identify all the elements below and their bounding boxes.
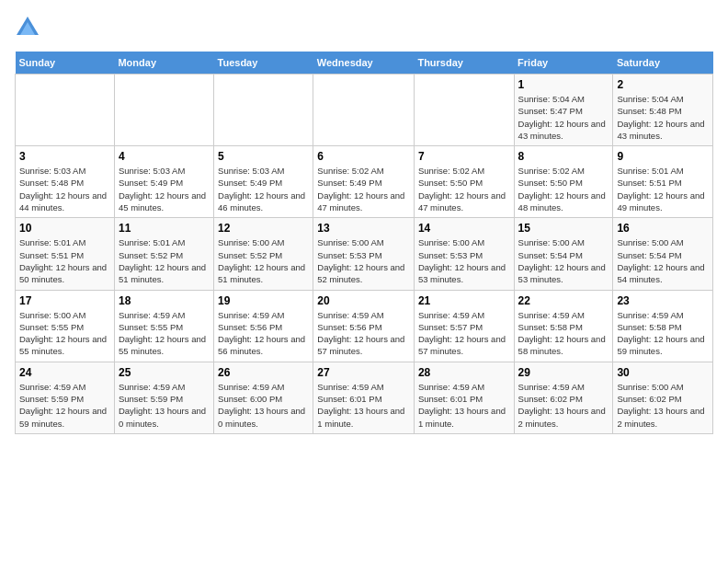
day-number: 19 — [218, 294, 309, 307]
day-info: Sunrise: 4:59 AM Sunset: 5:56 PM Dayligh… — [218, 309, 309, 358]
day-number: 30 — [617, 366, 709, 379]
day-info: Sunrise: 5:04 AM Sunset: 5:48 PM Dayligh… — [617, 93, 709, 142]
calendar-cell: 21Sunrise: 4:59 AM Sunset: 5:57 PM Dayli… — [414, 290, 514, 362]
calendar-cell: 29Sunrise: 4:59 AM Sunset: 6:02 PM Dayli… — [514, 362, 613, 433]
calendar-cell: 2Sunrise: 5:04 AM Sunset: 5:48 PM Daylig… — [613, 75, 713, 146]
calendar-cell: 14Sunrise: 5:00 AM Sunset: 5:53 PM Dayli… — [414, 218, 514, 290]
day-number: 21 — [418, 294, 510, 307]
day-number: 17 — [19, 294, 110, 307]
day-number: 23 — [617, 294, 709, 307]
day-number: 25 — [119, 366, 210, 379]
day-info: Sunrise: 4:59 AM Sunset: 5:59 PM Dayligh… — [19, 381, 110, 430]
day-number: 7 — [418, 150, 510, 163]
column-header-monday: Monday — [114, 52, 213, 75]
day-info: Sunrise: 4:59 AM Sunset: 5:57 PM Dayligh… — [418, 309, 510, 358]
calendar-cell: 1Sunrise: 5:04 AM Sunset: 5:47 PM Daylig… — [514, 75, 613, 146]
calendar-cell: 12Sunrise: 5:00 AM Sunset: 5:52 PM Dayli… — [214, 218, 313, 290]
calendar-cell: 23Sunrise: 4:59 AM Sunset: 5:58 PM Dayli… — [613, 290, 713, 362]
calendar-cell: 20Sunrise: 4:59 AM Sunset: 5:56 PM Dayli… — [313, 290, 415, 362]
day-number: 6 — [317, 150, 410, 163]
calendar-cell: 9Sunrise: 5:01 AM Sunset: 5:51 PM Daylig… — [613, 146, 713, 218]
calendar-cell — [114, 75, 213, 146]
logo-icon — [15, 15, 40, 40]
calendar-cell: 16Sunrise: 5:00 AM Sunset: 5:54 PM Dayli… — [613, 218, 713, 290]
calendar-cell — [414, 75, 514, 146]
day-info: Sunrise: 5:03 AM Sunset: 5:49 PM Dayligh… — [218, 165, 309, 213]
day-info: Sunrise: 4:59 AM Sunset: 5:59 PM Dayligh… — [119, 381, 210, 430]
calendar-cell: 28Sunrise: 4:59 AM Sunset: 6:01 PM Dayli… — [414, 362, 514, 433]
calendar-cell — [313, 75, 415, 146]
day-number: 24 — [19, 366, 110, 379]
day-info: Sunrise: 5:00 AM Sunset: 6:02 PM Dayligh… — [617, 381, 709, 430]
day-info: Sunrise: 4:59 AM Sunset: 5:58 PM Dayligh… — [518, 309, 609, 358]
calendar-cell: 19Sunrise: 4:59 AM Sunset: 5:56 PM Dayli… — [214, 290, 313, 362]
day-number: 2 — [617, 78, 709, 91]
day-info: Sunrise: 4:59 AM Sunset: 6:00 PM Dayligh… — [218, 381, 309, 430]
day-number: 16 — [617, 222, 709, 235]
calendar-cell: 17Sunrise: 5:00 AM Sunset: 5:55 PM Dayli… — [16, 290, 115, 362]
day-number: 3 — [19, 150, 110, 163]
column-header-thursday: Thursday — [414, 52, 514, 75]
day-number: 27 — [317, 366, 410, 379]
day-info: Sunrise: 5:02 AM Sunset: 5:49 PM Dayligh… — [317, 165, 410, 213]
day-info: Sunrise: 5:00 AM Sunset: 5:54 PM Dayligh… — [518, 236, 609, 285]
calendar-cell: 5Sunrise: 5:03 AM Sunset: 5:49 PM Daylig… — [214, 146, 313, 218]
day-info: Sunrise: 5:01 AM Sunset: 5:52 PM Dayligh… — [119, 236, 210, 285]
calendar-week-5: 24Sunrise: 4:59 AM Sunset: 5:59 PM Dayli… — [16, 362, 713, 433]
day-number: 8 — [518, 150, 609, 163]
calendar-cell: 27Sunrise: 4:59 AM Sunset: 6:01 PM Dayli… — [313, 362, 415, 433]
day-info: Sunrise: 5:01 AM Sunset: 5:51 PM Dayligh… — [617, 165, 709, 213]
calendar-week-2: 3Sunrise: 5:03 AM Sunset: 5:48 PM Daylig… — [16, 146, 713, 218]
calendar-cell — [16, 75, 115, 146]
day-number: 29 — [518, 366, 609, 379]
day-number: 11 — [119, 222, 210, 235]
calendar-cell — [214, 75, 313, 146]
day-info: Sunrise: 4:59 AM Sunset: 5:58 PM Dayligh… — [617, 309, 709, 358]
day-info: Sunrise: 5:00 AM Sunset: 5:55 PM Dayligh… — [19, 309, 110, 358]
day-info: Sunrise: 4:59 AM Sunset: 5:56 PM Dayligh… — [317, 309, 410, 358]
calendar-cell: 26Sunrise: 4:59 AM Sunset: 6:00 PM Dayli… — [214, 362, 313, 433]
day-number: 4 — [119, 150, 210, 163]
calendar-header-row: SundayMondayTuesdayWednesdayThursdayFrid… — [16, 52, 713, 75]
day-number: 26 — [218, 366, 309, 379]
day-number: 28 — [418, 366, 510, 379]
day-number: 20 — [317, 294, 410, 307]
day-number: 15 — [518, 222, 609, 235]
page-header — [15, 15, 713, 40]
day-number: 10 — [19, 222, 110, 235]
day-info: Sunrise: 5:03 AM Sunset: 5:48 PM Dayligh… — [19, 165, 110, 213]
calendar-table: SundayMondayTuesdayWednesdayThursdayFrid… — [15, 52, 713, 434]
calendar-cell: 13Sunrise: 5:00 AM Sunset: 5:53 PM Dayli… — [313, 218, 415, 290]
calendar-week-3: 10Sunrise: 5:01 AM Sunset: 5:51 PM Dayli… — [16, 218, 713, 290]
day-info: Sunrise: 5:03 AM Sunset: 5:49 PM Dayligh… — [119, 165, 210, 213]
day-info: Sunrise: 4:59 AM Sunset: 6:01 PM Dayligh… — [317, 381, 410, 430]
calendar-cell: 18Sunrise: 4:59 AM Sunset: 5:55 PM Dayli… — [114, 290, 213, 362]
day-info: Sunrise: 5:00 AM Sunset: 5:52 PM Dayligh… — [218, 236, 309, 285]
column-header-tuesday: Tuesday — [214, 52, 313, 75]
calendar-cell: 11Sunrise: 5:01 AM Sunset: 5:52 PM Dayli… — [114, 218, 213, 290]
day-info: Sunrise: 5:02 AM Sunset: 5:50 PM Dayligh… — [418, 165, 510, 213]
day-info: Sunrise: 4:59 AM Sunset: 5:55 PM Dayligh… — [119, 309, 210, 358]
day-info: Sunrise: 5:04 AM Sunset: 5:47 PM Dayligh… — [518, 93, 609, 142]
day-number: 12 — [218, 222, 309, 235]
day-number: 9 — [617, 150, 709, 163]
day-number: 1 — [518, 78, 609, 91]
calendar-cell: 7Sunrise: 5:02 AM Sunset: 5:50 PM Daylig… — [414, 146, 514, 218]
calendar-cell: 30Sunrise: 5:00 AM Sunset: 6:02 PM Dayli… — [613, 362, 713, 433]
day-info: Sunrise: 5:00 AM Sunset: 5:53 PM Dayligh… — [418, 236, 510, 285]
day-info: Sunrise: 4:59 AM Sunset: 6:02 PM Dayligh… — [518, 381, 609, 430]
logo — [15, 15, 42, 40]
calendar-week-1: 1Sunrise: 5:04 AM Sunset: 5:47 PM Daylig… — [16, 75, 713, 146]
column-header-sunday: Sunday — [16, 52, 115, 75]
calendar-cell: 4Sunrise: 5:03 AM Sunset: 5:49 PM Daylig… — [114, 146, 213, 218]
day-number: 18 — [119, 294, 210, 307]
day-info: Sunrise: 5:00 AM Sunset: 5:54 PM Dayligh… — [617, 236, 709, 285]
calendar-cell: 24Sunrise: 4:59 AM Sunset: 5:59 PM Dayli… — [16, 362, 115, 433]
calendar-cell: 15Sunrise: 5:00 AM Sunset: 5:54 PM Dayli… — [514, 218, 613, 290]
day-info: Sunrise: 5:00 AM Sunset: 5:53 PM Dayligh… — [317, 236, 410, 285]
calendar-week-4: 17Sunrise: 5:00 AM Sunset: 5:55 PM Dayli… — [16, 290, 713, 362]
calendar-cell: 22Sunrise: 4:59 AM Sunset: 5:58 PM Dayli… — [514, 290, 613, 362]
day-number: 5 — [218, 150, 309, 163]
day-number: 22 — [518, 294, 609, 307]
column-header-saturday: Saturday — [613, 52, 713, 75]
